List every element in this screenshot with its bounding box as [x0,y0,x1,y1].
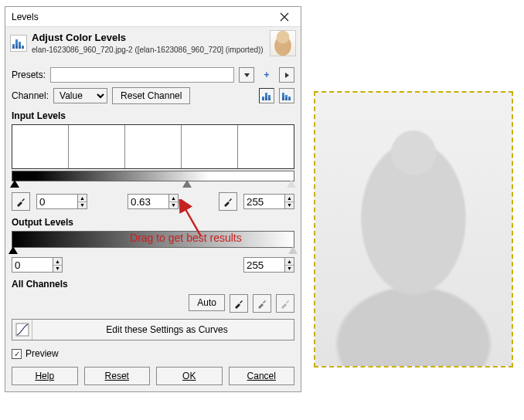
edit-as-curves-button[interactable]: Edit these Settings as Curves [12,319,294,340]
presets-row: Presets: + [12,67,294,83]
log-histogram-icon[interactable] [279,88,294,103]
preset-menu-button[interactable] [279,67,294,83]
output-white-handle[interactable] [288,246,298,254]
presets-label: Presets: [12,69,46,80]
add-preset-icon[interactable]: + [259,67,274,83]
presets-dropdown-button[interactable] [239,67,254,83]
curves-icon [12,320,32,340]
input-low-spinner[interactable]: ▲▼ [78,194,87,209]
reset-button[interactable]: Reset [84,367,151,385]
gamma-handle[interactable] [182,180,192,188]
channel-select[interactable]: Value [53,88,107,103]
auto-button[interactable]: Auto [189,294,225,311]
titlebar: Levels [5,7,301,27]
levels-dialog: Levels Adjust Color Levels elan-1623086_… [5,6,301,392]
all-white-eyedropper-icon[interactable] [276,294,294,313]
image-thumbnail[interactable] [270,30,296,56]
dialog-title: Adjust Color Levels [32,32,265,45]
dialog-subtitle: elan-1623086_960_720.jpg-2 ([elan-162308… [32,45,265,55]
preview-checkbox[interactable]: ✓ [12,349,22,359]
input-gradient[interactable] [12,171,294,181]
output-gradient[interactable] [12,231,294,248]
levels-icon [10,35,27,52]
output-slider-track[interactable] [12,248,294,256]
pick-white-eyedropper-icon[interactable] [219,192,237,211]
canvas-selection [314,91,513,368]
input-low-field[interactable] [36,194,78,209]
histogram[interactable] [12,124,294,169]
all-channels-label: All Channels [12,279,294,290]
canvas-image [315,93,512,366]
input-levels-label: Input Levels [12,110,294,121]
input-gamma-spinner[interactable]: ▲▼ [169,194,179,209]
channel-label: Channel: [12,90,49,101]
all-black-eyedropper-icon[interactable] [230,294,248,313]
input-high-spinner[interactable]: ▲▼ [285,194,294,209]
input-gamma-field[interactable] [128,194,169,209]
presets-input[interactable] [50,67,234,83]
reset-channel-button[interactable]: Reset Channel [112,87,190,104]
black-point-handle[interactable] [10,180,19,188]
linear-histogram-icon[interactable] [259,88,274,103]
input-slider-track[interactable] [12,181,294,189]
output-black-handle[interactable] [9,246,18,254]
close-button[interactable] [273,9,296,25]
output-high-field[interactable] [243,257,285,273]
ok-button[interactable]: OK [156,367,223,385]
channel-row: Channel: Value Reset Channel [12,87,294,104]
output-high-spinner[interactable]: ▲▼ [285,257,294,273]
all-gray-eyedropper-icon[interactable] [253,294,271,313]
edit-as-curves-label: Edit these Settings as Curves [40,324,294,335]
help-button[interactable]: Help [12,367,78,385]
cancel-button[interactable]: Cancel [229,367,295,385]
input-high-field[interactable] [243,194,285,209]
white-point-handle[interactable] [287,180,296,188]
output-low-spinner[interactable]: ▲▼ [53,257,63,273]
preview-label: Preview [26,348,59,359]
output-levels-label: Output Levels [12,217,294,228]
dialog-header: Adjust Color Levels elan-1623086_960_720… [5,27,301,59]
window-title: Levels [12,12,273,22]
pick-black-eyedropper-icon[interactable] [12,192,30,211]
output-low-field[interactable] [12,257,53,273]
